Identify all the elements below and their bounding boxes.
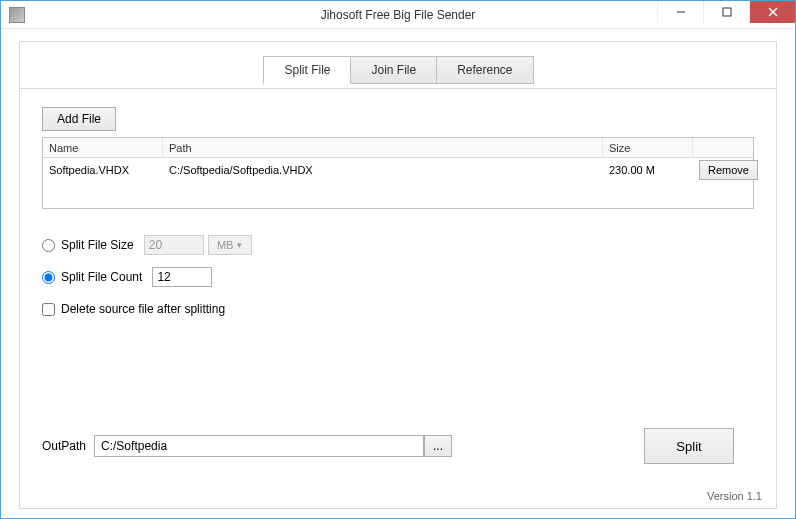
split-size-unit-select[interactable]: MB ▾ <box>208 235 252 255</box>
column-header-size[interactable]: Size <box>603 138 693 157</box>
title-bar: Jihosoft Free Big File Sender <box>1 1 795 29</box>
browse-button[interactable]: ... <box>424 435 452 457</box>
file-table: Name Path Size Softpedia.VHDX C:/Softped… <box>42 137 754 209</box>
table-row[interactable]: Softpedia.VHDX C:/Softpedia/Softpedia.VH… <box>43 158 753 182</box>
cell-name: Softpedia.VHDX <box>43 164 163 176</box>
svg-rect-1 <box>723 8 731 16</box>
app-icon <box>9 7 25 23</box>
file-section: Add File Name Path Size Softpedia.VHDX C… <box>42 107 754 209</box>
version-label: Version 1.1 <box>707 490 762 502</box>
window-controls <box>657 1 795 23</box>
client-area: Split File Join File Reference Add File … <box>1 29 795 518</box>
option-split-size-row: Split File Size MB ▾ <box>42 231 754 259</box>
output-row: OutPath ... Split <box>42 428 754 464</box>
split-count-input[interactable] <box>152 267 212 287</box>
column-header-name[interactable]: Name <box>43 138 163 157</box>
tab-bar: Split File Join File Reference <box>42 56 754 84</box>
split-size-input[interactable] <box>144 235 204 255</box>
cell-size: 230.00 M <box>603 164 693 176</box>
split-button[interactable]: Split <box>644 428 734 464</box>
outpath-input[interactable] <box>94 435 424 457</box>
split-count-radio[interactable] <box>42 271 55 284</box>
tab-divider <box>20 88 776 89</box>
option-delete-source-row: Delete source file after splitting <box>42 295 754 323</box>
cell-path: C:/Softpedia/Softpedia.VHDX <box>163 164 603 176</box>
minimize-icon <box>676 7 686 17</box>
tab-join-file[interactable]: Join File <box>350 56 437 84</box>
add-file-button[interactable]: Add File <box>42 107 116 131</box>
delete-source-label: Delete source file after splitting <box>61 302 225 316</box>
chevron-down-icon: ▾ <box>237 240 242 250</box>
maximize-icon <box>722 7 732 17</box>
file-table-header: Name Path Size <box>43 138 753 158</box>
minimize-button[interactable] <box>657 1 703 23</box>
split-count-label: Split File Count <box>61 270 142 284</box>
remove-button[interactable]: Remove <box>699 160 758 180</box>
close-button[interactable] <box>749 1 795 23</box>
split-size-label: Split File Size <box>61 238 134 252</box>
outpath-label: OutPath <box>42 439 86 453</box>
main-panel: Split File Join File Reference Add File … <box>19 41 777 509</box>
tab-reference[interactable]: Reference <box>436 56 533 84</box>
split-size-unit-label: MB <box>217 239 234 251</box>
tab-split-file[interactable]: Split File <box>263 56 351 84</box>
delete-source-checkbox[interactable] <box>42 303 55 316</box>
column-header-path[interactable]: Path <box>163 138 603 157</box>
option-split-count-row: Split File Count <box>42 263 754 291</box>
maximize-button[interactable] <box>703 1 749 23</box>
close-icon <box>768 7 778 17</box>
split-size-radio[interactable] <box>42 239 55 252</box>
column-header-actions <box>693 138 753 157</box>
app-window: Jihosoft Free Big File Sender Split File… <box>0 0 796 519</box>
